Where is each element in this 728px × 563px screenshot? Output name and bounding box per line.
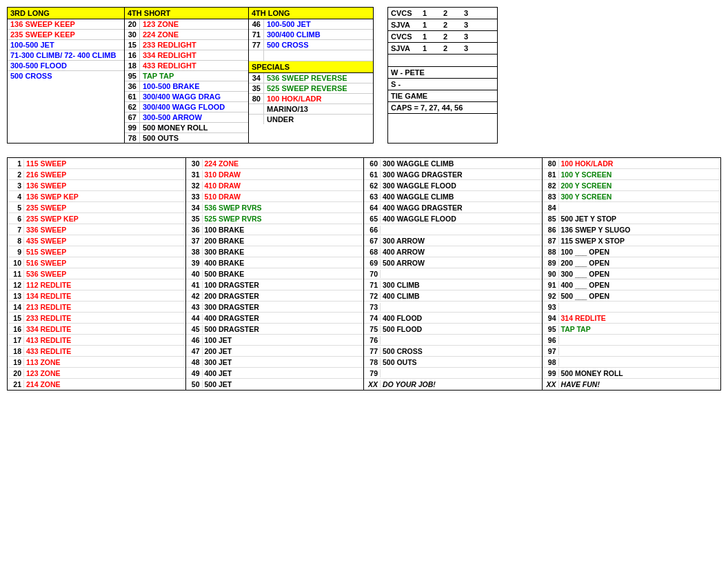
b-play: 410 DRAW — [203, 181, 243, 190]
bottom-row: 60300 WAGGLE CLIMB — [364, 158, 542, 169]
play-num: 80 — [249, 94, 264, 103]
play-row: 18 433 REDLIGHT — [125, 61, 248, 71]
b-num: 60 — [364, 159, 381, 168]
bottom-row: 63400 WAGGLE CLIMB — [364, 191, 542, 202]
play-num: 20 — [125, 19, 140, 29]
b-play: 235 SWEEP — [24, 204, 68, 212]
b-play: 500 ARROW — [381, 259, 427, 267]
play-name: 500 OUTS — [140, 133, 181, 143]
bottom-col-2: 30224 ZONE 31310 DRAW 32410 DRAW 33510 D… — [186, 158, 365, 390]
bottom-grid: 1115 SWEEP 2216 SWEEP 3136 SWEEP 4136 SW… — [8, 158, 720, 390]
b-play: 400 WAGGLE CLIMB — [381, 192, 456, 201]
b-num: 98 — [543, 358, 559, 366]
b-play: 100 BRAKE — [203, 226, 247, 234]
b-num: 89 — [543, 259, 559, 267]
play-row: 61 300/400 WAGG DRAG — [125, 92, 248, 102]
play-name: 224 ZONE — [140, 30, 181, 39]
play-row: 71 300/400 CLIMB — [249, 30, 373, 40]
score-val: 3 — [460, 32, 472, 41]
b-num: 4 — [8, 192, 24, 201]
play-name: 300/400 WAGG FLOOD — [140, 102, 228, 112]
score-nums: 1 2 3 — [418, 9, 472, 17]
bottom-row: 93 — [543, 302, 721, 313]
score-nums: 1 2 3 — [418, 44, 472, 52]
b-num: XX — [364, 380, 381, 388]
b-num: 76 — [364, 336, 381, 344]
b-play: 300 BRAKE — [203, 248, 247, 256]
b-num: 91 — [543, 281, 559, 289]
play-name: 300-500 ARROW — [140, 112, 205, 122]
b-num: 75 — [364, 325, 381, 333]
bottom-row: 96 — [543, 335, 721, 346]
b-num: 50 — [186, 380, 203, 388]
bottom-row: 88100 ___ OPEN — [543, 246, 721, 257]
play-name: 235 SWEEP KEEP — [8, 30, 78, 39]
bottom-row: 13134 REDLITE — [8, 290, 185, 302]
play-row: 500 CROSS — [8, 71, 124, 81]
score-nums: 1 2 3 — [418, 32, 472, 41]
b-play: 310 DRAW — [203, 170, 243, 179]
b-num: 67 — [364, 237, 381, 245]
b-num: 36 — [186, 226, 203, 234]
bottom-row: 69500 ARROW — [364, 257, 542, 268]
b-num: 9 — [8, 248, 24, 256]
b-num: 12 — [8, 281, 24, 289]
bottom-row: 89200 ___ OPEN — [543, 257, 721, 268]
play-name: 300/400 CLIMB — [264, 30, 323, 39]
b-num: 72 — [364, 292, 381, 300]
bottom-row: 99500 MONEY ROLL — [543, 368, 721, 379]
b-play: 500 FLOOD — [381, 325, 424, 333]
b-num: 86 — [543, 226, 559, 234]
play-name: 334 REDLIGHT — [140, 50, 199, 60]
play-name: 123 ZONE — [140, 19, 181, 29]
b-num: 63 — [364, 192, 381, 201]
score-val: 2 — [439, 32, 452, 41]
b-play: 536 SWEEP — [24, 270, 68, 278]
bottom-row: 37200 BRAKE — [186, 235, 364, 246]
b-play: 400 WAGGLE FLOOD — [381, 215, 458, 223]
b-num: 35 — [186, 215, 203, 223]
b-play: 400 CLIMB — [381, 292, 422, 300]
b-num: 2 — [8, 170, 24, 179]
b-play: 136 SWEEP — [24, 181, 68, 190]
bottom-row: 47200 JET — [186, 346, 364, 357]
b-play: 516 SWEEP — [24, 259, 68, 267]
b-num: 40 — [186, 270, 203, 278]
score-val: 2 — [439, 9, 452, 17]
b-num: 1 — [8, 159, 24, 168]
col-header-4th-short: 4TH SHORT — [125, 8, 248, 19]
b-play: 115 SWEEP — [24, 159, 68, 168]
play-row: 30 224 ZONE — [125, 30, 248, 40]
bottom-row: 20123 ZONE — [8, 368, 185, 379]
bottom-row: 33510 DRAW — [186, 191, 364, 202]
play-row: 300-500 FLOOD — [8, 61, 124, 71]
b-play: 235 SWEP KEP — [24, 215, 81, 223]
score-row-sjva2: SJVA 1 2 3 — [388, 43, 497, 55]
play-name: 500 CROSS — [264, 40, 312, 50]
play-name: 300/400 WAGG DRAG — [140, 92, 223, 101]
b-num: 78 — [364, 358, 381, 366]
play-num: 46 — [249, 19, 264, 29]
b-num: 45 — [186, 325, 203, 333]
b-play: 216 SWEEP — [24, 170, 68, 179]
b-num: 99 — [543, 369, 559, 377]
b-play: 500 JET Y STOP — [559, 215, 619, 223]
bottom-row: 39400 BRAKE — [186, 257, 364, 268]
b-play: 100 ___ OPEN — [559, 248, 612, 256]
bottom-row: 46100 JET — [186, 335, 364, 346]
b-play: 400 BRAKE — [203, 259, 247, 267]
b-num: 16 — [8, 325, 24, 333]
bottom-row: 92500 ___ OPEN — [543, 290, 721, 302]
b-play: 224 ZONE — [203, 159, 241, 168]
bottom-row: 18433 REDLITE — [8, 346, 185, 357]
b-play: 400 WAGG DRAGSTER — [381, 204, 465, 212]
b-play: 113 ZONE — [24, 358, 63, 366]
b-num: 96 — [543, 336, 559, 344]
bottom-row: 41100 DRAGSTER — [186, 279, 364, 290]
bottom-col-4: 80100 HOK/LADR 81100 Y SCREEN 82200 Y SC… — [543, 158, 721, 390]
play-name: 100-500 JET — [264, 19, 314, 29]
b-play: 500 OUTS — [381, 358, 419, 366]
b-num: 77 — [364, 347, 381, 355]
play-name: 536 SWEEP REVERSE — [264, 73, 350, 83]
score-val: 3 — [460, 44, 472, 52]
